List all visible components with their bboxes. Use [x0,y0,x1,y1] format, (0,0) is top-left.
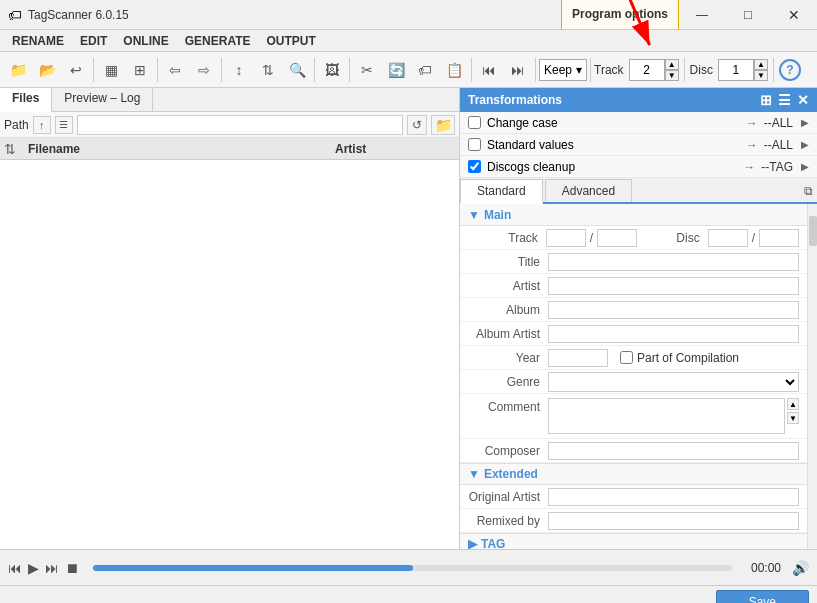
album-artist-input[interactable] [548,325,799,343]
main-section-label: Main [484,208,511,222]
app-icon: 🏷 [8,7,22,23]
track-total-input[interactable] [597,229,637,247]
tb-btn13[interactable]: 🔄 [382,56,410,84]
compilation-label: Part of Compilation [637,351,739,365]
path-input[interactable] [77,115,403,135]
tb-btn5[interactable]: ⊞ [126,56,154,84]
col-filename[interactable]: Filename [28,142,335,156]
composer-label: Composer [468,444,548,458]
menu-generate[interactable]: GENERATE [177,32,259,50]
tab-advanced[interactable]: Advanced [545,179,632,202]
menu-bar: RENAME EDIT ONLINE GENERATE OUTPUT [0,30,817,52]
tb-btn4[interactable]: ▦ [97,56,125,84]
stop-button[interactable]: ⏹ [65,560,79,576]
path-folder-button[interactable]: 📁 [431,115,455,135]
transform-check-1[interactable] [468,116,481,129]
disc-number-input[interactable] [708,229,748,247]
close-button[interactable]: ✕ [771,0,817,30]
tb-btn9[interactable]: ⇅ [254,56,282,84]
menu-output[interactable]: OUTPUT [259,32,324,50]
track-spinbox[interactable]: 2 [629,59,665,81]
transform-expand-2[interactable]: ▶ [801,139,809,150]
composer-input[interactable] [548,442,799,460]
tag-section-label: TAG [481,537,505,549]
tb-btn11[interactable]: 🖼 [318,56,346,84]
path-menu-button[interactable]: ☰ [55,116,73,134]
genre-select[interactable] [548,372,799,392]
track-number-input[interactable] [546,229,586,247]
collapse-extended-icon[interactable]: ▼ [468,467,480,481]
sort-icon: ⇅ [4,141,28,157]
disc-total-input[interactable] [759,229,799,247]
tb-btn10[interactable]: 🔍 [283,56,311,84]
transform-item-3: Discogs cleanup → --TAG ▶ [460,156,817,178]
help-button[interactable]: ? [779,59,801,81]
tb-new[interactable]: 📁 [4,56,32,84]
collapse-main-icon[interactable]: ▼ [468,208,480,222]
tb-btn17[interactable]: ⏭ [504,56,532,84]
artist-input[interactable] [548,277,799,295]
tab-files[interactable]: Files [0,88,52,112]
menu-rename[interactable]: RENAME [4,32,72,50]
time-display: 00:00 [746,561,786,575]
menu-online[interactable]: ONLINE [115,32,176,50]
tb-undo[interactable]: ↩ [62,56,90,84]
disc-spinbox[interactable]: 1 [718,59,754,81]
track-field-label: Track [468,231,546,245]
disc-slash: / [752,231,755,245]
track-slash: / [590,231,593,245]
tb-open[interactable]: 📂 [33,56,61,84]
progress-fill [93,565,413,571]
track-spin-controls[interactable]: ▲ ▼ [665,59,679,81]
progress-bar[interactable] [93,565,732,571]
transform-close-icon[interactable]: ✕ [797,92,809,108]
restore-icon[interactable]: ⧉ [804,184,813,198]
col-artist[interactable]: Artist [335,142,455,156]
tb-btn16[interactable]: ⏮ [475,56,503,84]
right-panel: Transformations ⊞ ☰ ✕ Change case → --AL… [460,88,817,549]
tab-preview-log[interactable]: Preview – Log [52,88,153,111]
comment-label: Comment [468,398,548,414]
tb-btn15[interactable]: 📋 [440,56,468,84]
comment-input[interactable] [548,398,785,434]
original-artist-row: Original Artist [460,485,807,509]
transform-check-3[interactable] [468,160,481,173]
maximize-button[interactable]: □ [725,0,771,30]
menu-edit[interactable]: EDIT [72,32,115,50]
title-input[interactable] [548,253,799,271]
transform-add-icon[interactable]: ⊞ [760,92,772,108]
comment-down-btn[interactable]: ▼ [787,412,799,424]
year-input[interactable] [548,349,608,367]
transform-expand-1[interactable]: ▶ [801,117,809,128]
prev-button[interactable]: ⏮ [8,560,22,576]
scrollbar[interactable] [807,204,817,549]
transform-menu-icon[interactable]: ☰ [778,92,791,108]
tb-btn7[interactable]: ⇨ [190,56,218,84]
play-button[interactable]: ▶ [28,560,39,576]
keep-dropdown[interactable]: Keep ▾ [539,59,587,81]
tab-standard[interactable]: Standard [460,179,543,204]
save-button[interactable]: Save [716,590,809,604]
album-input[interactable] [548,301,799,319]
comment-up-btn[interactable]: ▲ [787,398,799,410]
original-artist-input[interactable] [548,488,799,506]
transform-item-1: Change case → --ALL ▶ [460,112,817,134]
path-refresh-button[interactable]: ↺ [407,115,427,135]
std-adv-tabs: Standard Advanced ⧉ [460,178,817,204]
next-button[interactable]: ⏭ [45,560,59,576]
tb-btn14[interactable]: 🏷 [411,56,439,84]
tb-btn12[interactable]: ✂ [353,56,381,84]
program-options-button[interactable]: Program options [561,0,679,30]
disc-spin-controls[interactable]: ▲ ▼ [754,59,768,81]
transform-check-2[interactable] [468,138,481,151]
collapse-tag-icon[interactable]: ▶ [468,537,477,549]
volume-icon[interactable]: 🔊 [792,560,809,576]
file-list-body[interactable] [0,160,459,549]
transform-expand-3[interactable]: ▶ [801,161,809,172]
compilation-checkbox[interactable] [620,351,633,364]
path-up-button[interactable]: ↑ [33,116,51,134]
tb-btn8[interactable]: ↕ [225,56,253,84]
minimize-button[interactable]: — [679,0,725,30]
tb-btn6[interactable]: ⇦ [161,56,189,84]
remixed-by-input[interactable] [548,512,799,530]
